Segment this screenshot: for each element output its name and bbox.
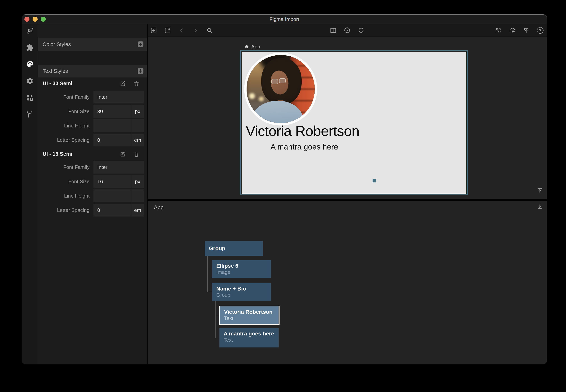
tree-node-group[interactable]: Group <box>205 241 263 256</box>
tree-connector <box>207 256 208 292</box>
minimize-window-button[interactable] <box>33 17 38 22</box>
node-type: Text <box>224 337 276 343</box>
field-label: Letter Spacing <box>38 204 89 217</box>
help-glyph: ? <box>539 28 542 32</box>
cloud-sync-icon[interactable] <box>509 27 516 33</box>
field-row-font-family: Font Family Inter <box>38 161 147 175</box>
styles-panel: Color Styles Text Styles UI - 30 Semi <box>38 24 148 364</box>
font-size-input[interactable]: 16 <box>93 175 131 188</box>
traffic-lights <box>24 17 46 22</box>
back-icon[interactable] <box>178 27 185 33</box>
field-row-font-size: Font Size 16 px <box>38 175 147 189</box>
edit-style-icon[interactable] <box>120 81 126 87</box>
field-row-line-height: Line Height <box>38 189 147 204</box>
text-style-row-ui-30-semi: UI - 30 Semi <box>38 77 147 90</box>
breadcrumb[interactable]: App <box>244 44 260 50</box>
settings-gear-icon[interactable] <box>26 77 34 85</box>
canvas[interactable]: App <box>148 37 547 199</box>
add-color-style-button[interactable] <box>138 42 144 47</box>
font-size-input[interactable]: 30 <box>93 105 131 118</box>
resize-handle[interactable] <box>373 179 376 182</box>
profile-name-text: Victoria Robertson <box>246 123 463 140</box>
line-height-input[interactable] <box>93 189 131 202</box>
node-title: A mantra goes here <box>224 330 276 337</box>
style-name: UI - 30 Semi <box>43 77 72 90</box>
node-title: Ellipse 6 <box>216 262 268 269</box>
nodes-icon[interactable] <box>26 27 34 35</box>
window-body: Color Styles Text Styles UI - 30 Semi <box>22 24 547 364</box>
left-icon-rail <box>22 24 38 364</box>
line-height-unit[interactable] <box>131 189 144 202</box>
components-puzzle-icon[interactable] <box>26 43 34 52</box>
profile-photo <box>247 55 315 123</box>
tree-node-mantra[interactable]: A mantra goes here Text <box>219 328 279 348</box>
selected-frame[interactable]: Victoria Robertson A mantra goes here <box>240 50 468 195</box>
app-window: Figma Import <box>22 14 547 364</box>
titlebar: Figma Import <box>22 15 547 24</box>
color-styles-title: Color Styles <box>43 38 71 51</box>
window-title: Figma Import <box>22 15 547 24</box>
letter-spacing-input[interactable]: 0 <box>93 204 131 217</box>
letter-spacing-unit[interactable]: em <box>131 134 144 146</box>
version-control-branch-icon[interactable] <box>26 110 34 118</box>
desktop: Figma Import <box>0 0 566 392</box>
field-label: Letter Spacing <box>38 134 89 146</box>
styles-palette-icon[interactable] <box>26 60 34 68</box>
font-family-input[interactable]: Inter <box>93 161 144 174</box>
node-type: Text <box>224 315 276 322</box>
search-icon[interactable] <box>206 27 213 33</box>
field-label: Font Family <box>38 161 89 174</box>
tree-node-victoria-robertson[interactable]: Victoria Robertson Text <box>219 306 279 325</box>
tree-connector <box>215 338 219 338</box>
refresh-icon[interactable] <box>358 27 364 33</box>
zoom-window-button[interactable] <box>41 17 46 22</box>
add-node-icon[interactable] <box>150 27 157 33</box>
field-row-letter-spacing: Letter Spacing 0 em <box>38 204 147 218</box>
collapse-to-bottom-icon[interactable] <box>537 203 543 210</box>
node-tree-title: App <box>154 204 164 210</box>
collaborators-icon[interactable] <box>495 27 502 33</box>
node-type: Group <box>216 292 268 298</box>
field-label: Font Family <box>38 91 89 103</box>
field-label: Line Height <box>38 119 89 132</box>
letter-spacing-input[interactable]: 0 <box>93 134 131 146</box>
profile-card: Victoria Robertson A mantra goes here <box>242 52 466 194</box>
font-family-input[interactable]: Inter <box>93 91 144 103</box>
delete-style-icon[interactable] <box>133 151 140 157</box>
panel-divider[interactable] <box>148 199 547 201</box>
breadcrumb-label: App <box>251 44 260 50</box>
export-up-icon[interactable] <box>523 27 530 33</box>
text-style-row-ui-16-semi: UI - 16 Semi <box>38 148 147 160</box>
help-icon[interactable]: ? <box>537 27 544 33</box>
home-icon <box>244 44 249 49</box>
node-tree-panel: App Group <box>148 201 547 364</box>
node-title: Victoria Robertson <box>224 308 276 315</box>
font-size-unit[interactable]: px <box>131 175 144 188</box>
field-row-font-size: Font Size 30 px <box>38 105 147 119</box>
assets-import-icon[interactable] <box>26 93 34 101</box>
color-styles-empty-area <box>38 51 147 65</box>
forward-icon[interactable] <box>192 27 199 33</box>
add-text-style-button[interactable] <box>138 68 144 74</box>
tree-node-ellipse-6[interactable]: Ellipse 6 Image <box>212 260 271 278</box>
collapse-to-top-icon[interactable] <box>537 187 543 194</box>
style-name: UI - 16 Semi <box>43 148 72 160</box>
node-title: Group <box>209 245 225 252</box>
tree-node-name-bio[interactable]: Name + Bio Group <box>212 283 271 301</box>
tree-connector <box>207 292 212 292</box>
edit-style-icon[interactable] <box>120 151 126 157</box>
field-row-line-height: Line Height <box>38 119 147 134</box>
tree-connector <box>215 301 216 338</box>
component-browser-icon[interactable] <box>164 27 171 33</box>
font-size-unit[interactable]: px <box>131 105 144 118</box>
line-height-unit[interactable] <box>131 119 144 132</box>
toolbar-left-group <box>150 24 213 36</box>
preview-play-icon[interactable] <box>344 27 350 33</box>
line-height-input[interactable] <box>93 119 131 132</box>
letter-spacing-unit[interactable]: em <box>131 204 144 217</box>
field-row-font-family: Font Family Inter <box>38 91 147 105</box>
avatar <box>244 53 317 126</box>
delete-style-icon[interactable] <box>133 81 140 87</box>
split-view-icon[interactable] <box>330 27 336 33</box>
close-window-button[interactable] <box>24 17 29 22</box>
